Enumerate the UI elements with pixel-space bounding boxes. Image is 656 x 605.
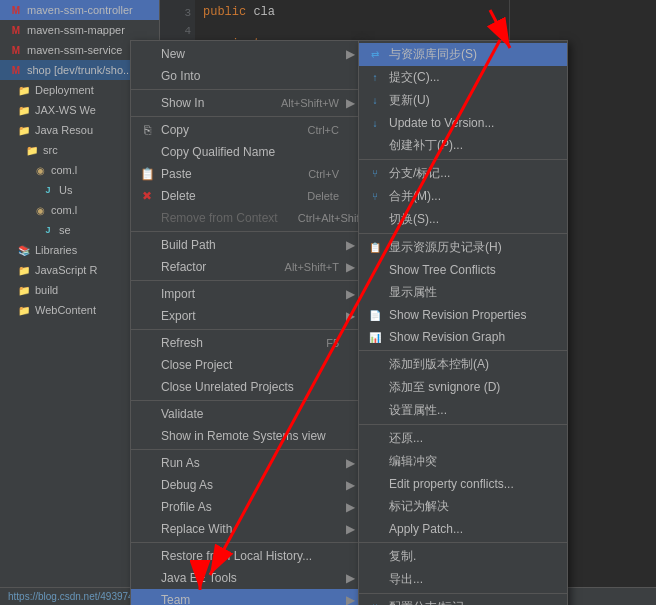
menu-debug-as[interactable]: Debug As ▶	[131, 474, 359, 496]
remote-icon	[139, 428, 155, 444]
menu-show-in[interactable]: Show In Alt+Shift+W ▶	[131, 92, 359, 114]
svn-sync[interactable]: ⇄ 与资源库同步(S)	[359, 43, 567, 66]
tree-item-controller[interactable]: M maven-ssm-controller	[0, 0, 159, 20]
submenu-arrow-icon: ▶	[346, 478, 355, 492]
tree-label: Us	[59, 184, 72, 196]
svn-create-patch[interactable]: 创建补丁(P)...	[359, 134, 567, 157]
refactor-icon	[139, 259, 155, 275]
menu-team[interactable]: Team ▶	[131, 589, 359, 605]
import-icon	[139, 286, 155, 302]
menu-label: Delete	[161, 189, 196, 203]
svn-copy[interactable]: 复制.	[359, 545, 567, 568]
menu-copy-qualified[interactable]: Copy Qualified Name	[131, 141, 359, 163]
tree-label: com.l	[51, 204, 77, 216]
tree-item-mapper[interactable]: M maven-ssm-mapper	[0, 20, 159, 40]
menu-validate[interactable]: Validate	[131, 403, 359, 425]
rev-properties-icon: 📄	[367, 307, 383, 323]
menu-close-unrelated[interactable]: Close Unrelated Projects	[131, 376, 359, 398]
separator	[359, 350, 567, 351]
folder-icon: 📁	[16, 302, 32, 318]
add-vc-icon	[367, 357, 383, 373]
menu-java-ee-tools[interactable]: Java EE Tools ▶	[131, 567, 359, 589]
separator	[359, 159, 567, 160]
validate-icon	[139, 406, 155, 422]
context-menu-svn[interactable]: ⇄ 与资源库同步(S) ↑ 提交(C)... ↓ 更新(U) ↓ Update …	[358, 40, 568, 605]
folder-icon: 📁	[16, 102, 32, 118]
java-ee-icon	[139, 570, 155, 586]
menu-delete[interactable]: ✖ Delete Delete	[131, 185, 359, 207]
svn-label: Edit property conflicts...	[389, 477, 514, 491]
svn-label: Show Tree Conflicts	[389, 263, 496, 277]
svn-label: 还原...	[389, 430, 423, 447]
menu-export[interactable]: Export ▶	[131, 305, 359, 327]
code-text: cla	[253, 5, 275, 19]
svn-merge[interactable]: ⑂ 合并(M)...	[359, 185, 567, 208]
svn-edit-conflict[interactable]: 编辑冲突	[359, 450, 567, 473]
menu-go-into[interactable]: Go Into	[131, 65, 359, 87]
tree-label: shop [dev/trunk/sho...	[27, 64, 132, 76]
menu-refresh[interactable]: Refresh F5	[131, 332, 359, 354]
svn-update[interactable]: ↓ 更新(U)	[359, 89, 567, 112]
separator	[131, 116, 359, 117]
menu-run-as[interactable]: Run As ▶	[131, 452, 359, 474]
menu-new[interactable]: New ▶	[131, 43, 359, 65]
menu-show-remote[interactable]: Show in Remote Systems view	[131, 425, 359, 447]
svn-history[interactable]: 📋 显示资源历史记录(H)	[359, 236, 567, 259]
export-icon	[367, 572, 383, 588]
svn-add-version-control[interactable]: 添加到版本控制(A)	[359, 353, 567, 376]
run-icon	[139, 455, 155, 471]
svn-label: Show Revision Graph	[389, 330, 505, 344]
menu-profile-as[interactable]: Profile As ▶	[131, 496, 359, 518]
svn-revert[interactable]: 还原...	[359, 427, 567, 450]
tree-label: Java Resou	[35, 124, 93, 136]
menu-copy[interactable]: ⎘ Copy Ctrl+C	[131, 119, 359, 141]
svn-show-properties[interactable]: 显示属性	[359, 281, 567, 304]
tree-label: maven-ssm-controller	[27, 4, 133, 16]
menu-label: Import	[161, 287, 195, 301]
svn-revision-graph[interactable]: 📊 Show Revision Graph	[359, 326, 567, 348]
menu-label: Profile As	[161, 500, 212, 514]
edit-conflict-icon	[367, 454, 383, 470]
svn-tree-conflicts[interactable]: Show Tree Conflicts	[359, 259, 567, 281]
menu-label: Go Into	[161, 69, 200, 83]
menu-refactor[interactable]: Refactor Alt+Shift+T ▶	[131, 256, 359, 278]
svnignore-icon	[367, 380, 383, 396]
svn-apply-patch[interactable]: Apply Patch...	[359, 518, 567, 540]
svn-switch[interactable]: 切换(S)...	[359, 208, 567, 231]
svn-label: 更新(U)	[389, 92, 430, 109]
menu-remove-context[interactable]: Remove from Context Ctrl+Alt+Shift+Down	[131, 207, 359, 229]
folder-icon: 📁	[16, 82, 32, 98]
svn-label: 复制.	[389, 548, 416, 565]
svn-branch[interactable]: ⑂ 分支/标记...	[359, 162, 567, 185]
menu-restore-local[interactable]: Restore from Local History...	[131, 545, 359, 567]
menu-replace-with[interactable]: Replace With ▶	[131, 518, 359, 540]
separator	[359, 542, 567, 543]
menu-close-project[interactable]: Close Project	[131, 354, 359, 376]
package-icon: ◉	[32, 202, 48, 218]
java-icon: J	[40, 222, 56, 238]
shortcut-text: Alt+Shift+T	[265, 261, 339, 273]
menu-build-path[interactable]: Build Path ▶	[131, 234, 359, 256]
context-menu-main[interactable]: New ▶ Go Into Show In Alt+Shift+W ▶ ⎘ Co…	[130, 40, 360, 605]
svn-label: 提交(C)...	[389, 69, 440, 86]
maven-icon: M	[8, 62, 24, 78]
svn-mark-resolved[interactable]: 标记为解决	[359, 495, 567, 518]
svn-set-properties[interactable]: 设置属性...	[359, 399, 567, 422]
svn-add-svnignore[interactable]: 添加至 svnignore (D)	[359, 376, 567, 399]
svn-export[interactable]: 导出...	[359, 568, 567, 591]
tree-label: JAX-WS We	[35, 104, 96, 116]
menu-import[interactable]: Import ▶	[131, 283, 359, 305]
tree-label: build	[35, 284, 58, 296]
svn-update-version[interactable]: ↓ Update to Version...	[359, 112, 567, 134]
svn-show-revision-properties[interactable]: 📄 Show Revision Properties	[359, 304, 567, 326]
svn-edit-property-conflicts[interactable]: Edit property conflicts...	[359, 473, 567, 495]
svn-config-branch[interactable]: ⑂ 配置分支/标记	[359, 596, 567, 605]
submenu-arrow-icon: ▶	[346, 96, 355, 110]
close-project-icon	[139, 357, 155, 373]
team-icon	[139, 592, 155, 605]
merge-icon: ⑂	[367, 189, 383, 205]
restore-icon	[139, 548, 155, 564]
svn-commit[interactable]: ↑ 提交(C)...	[359, 66, 567, 89]
menu-paste[interactable]: 📋 Paste Ctrl+V	[131, 163, 359, 185]
menu-label: Refactor	[161, 260, 206, 274]
